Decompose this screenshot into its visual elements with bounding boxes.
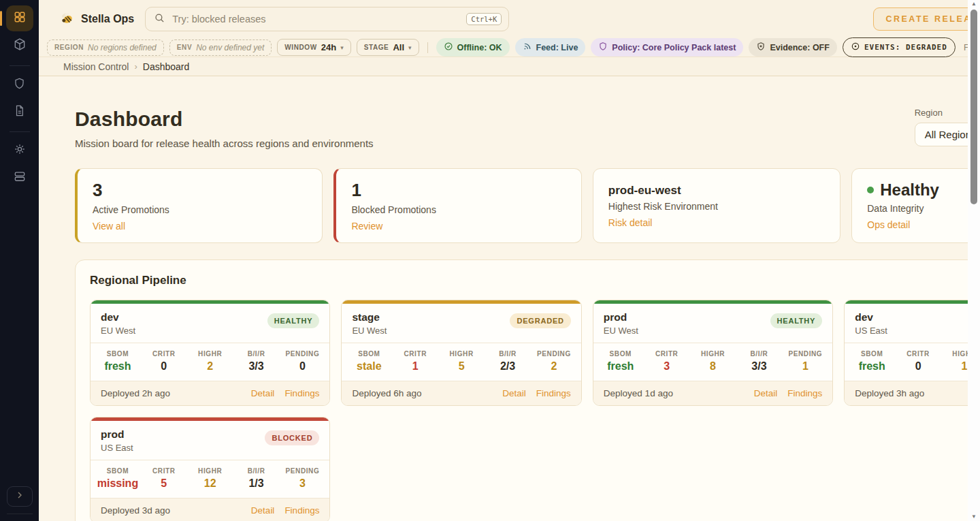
pipeline-card-prod-eu-west: prod EU West HEALTHY SBOMfresh CRITR3 HI… xyxy=(593,300,833,406)
policy-status-text: Policy: Core Policy Pack latest xyxy=(612,43,736,52)
highr-value: 12 xyxy=(187,477,233,490)
detail-link[interactable]: Detail xyxy=(502,388,526,398)
sidebar xyxy=(0,0,39,521)
column-header: B/I/R xyxy=(736,350,783,358)
top-bar: Stella Ops Ctrl+K CREATE RELEASE admin xyxy=(39,0,980,38)
findings-link[interactable]: Findings xyxy=(787,388,822,398)
create-release-button[interactable]: CREATE RELEASE xyxy=(873,7,980,31)
env-name: prod xyxy=(604,311,638,323)
sidebar-expand-button[interactable] xyxy=(7,486,33,507)
scrollbar-thumb[interactable] xyxy=(970,10,977,204)
rss-icon xyxy=(523,42,532,53)
search-input[interactable] xyxy=(172,14,466,25)
active-promotions-card: 3 Active Promotions View all xyxy=(75,168,323,243)
detail-link[interactable]: Detail xyxy=(251,505,275,516)
window-filter-label: WINDOW xyxy=(284,44,316,51)
active-promotions-value: 3 xyxy=(93,180,307,201)
feed-status-pill: Feed: Live xyxy=(515,38,586,57)
page-subtitle: Mission board for release health across … xyxy=(75,138,374,149)
column-header: SBOM xyxy=(598,350,644,358)
status-badge: HEALTHY xyxy=(770,313,823,328)
critr-value: 0 xyxy=(141,360,187,373)
stage-filter-chip[interactable]: STAGE All ▾ xyxy=(357,39,419,56)
column-header: CRITR xyxy=(141,467,187,475)
column-header: SBOM xyxy=(95,467,141,475)
env-filter-value: No env defined yet xyxy=(196,43,264,52)
view-all-link[interactable]: View all xyxy=(93,221,307,232)
detail-link[interactable]: Detail xyxy=(754,388,778,398)
search-icon xyxy=(154,12,165,27)
brand: Stella Ops xyxy=(59,10,134,29)
sidebar-item-security[interactable] xyxy=(6,72,33,97)
scroll-up-arrow[interactable]: ▲ xyxy=(971,0,977,8)
critr-value: 3 xyxy=(644,360,690,373)
window-filter-chip[interactable]: WINDOW 24h ▾ xyxy=(277,39,350,56)
region-filter-value: No regions defined xyxy=(88,43,157,52)
stage-filter-value: All xyxy=(393,42,404,52)
region-filter-chip[interactable]: REGION No regions defined xyxy=(47,40,164,56)
detail-link[interactable]: Detail xyxy=(251,388,275,398)
gear-icon xyxy=(13,142,27,159)
shield-icon xyxy=(598,42,608,53)
sidebar-item-releases[interactable] xyxy=(6,33,33,59)
sidebar-item-settings[interactable] xyxy=(6,138,33,163)
scroll-down-arrow[interactable]: ▼ xyxy=(971,513,977,521)
events-status-pill: EVENTS: DEGRADED xyxy=(843,37,956,57)
deployed-text: Deployed 1d ago xyxy=(604,388,673,398)
sbom-value: stale xyxy=(346,360,392,373)
column-header: B/I/R xyxy=(485,350,531,358)
column-header: PENDING xyxy=(280,350,326,358)
column-header: PENDING xyxy=(782,350,828,358)
sidebar-item-documents[interactable] xyxy=(6,99,33,125)
bir-value: 3/3 xyxy=(233,360,280,373)
blocked-promotions-label: Blocked Promotions xyxy=(351,204,566,215)
env-filter-chip[interactable]: ENV No env defined yet xyxy=(169,40,272,56)
risk-detail-link[interactable]: Risk detail xyxy=(608,217,825,228)
column-header: HIGHR xyxy=(438,350,485,358)
region-name: EU West xyxy=(352,326,387,336)
column-header: PENDING xyxy=(280,467,326,475)
column-header: SBOM xyxy=(95,350,141,358)
findings-link[interactable]: Findings xyxy=(536,388,571,398)
status-badge: HEALTHY xyxy=(267,313,320,328)
chevron-down-icon: ▾ xyxy=(408,44,412,51)
deployed-text: Deployed 3h ago xyxy=(855,388,924,398)
sidebar-item-dashboard[interactable] xyxy=(6,5,33,31)
evidence-status-pill: Evidence: OFF xyxy=(749,38,837,57)
ops-detail-link[interactable]: Ops detail xyxy=(867,219,980,230)
stat-cards-row: 3 Active Promotions View all 1 Blocked P… xyxy=(75,168,980,243)
global-search[interactable]: Ctrl+K xyxy=(145,7,509,31)
column-header: CRITR xyxy=(392,350,438,358)
column-header: HIGHR xyxy=(187,467,233,475)
findings-link[interactable]: Findings xyxy=(284,505,319,516)
document-icon xyxy=(13,104,26,120)
pending-value: 3 xyxy=(280,477,326,490)
main-content: Dashboard Mission board for release heal… xyxy=(39,76,980,521)
sidebar-item-infrastructure[interactable] xyxy=(6,165,33,191)
region-name: US East xyxy=(101,443,133,453)
deployed-text: Deployed 6h ago xyxy=(352,388,421,398)
check-circle-icon xyxy=(444,42,453,53)
sidebar-divider xyxy=(10,65,30,66)
feed-status-text: Feed: Live xyxy=(536,43,578,52)
column-header: CRITR xyxy=(141,350,187,358)
bir-value: 3/3 xyxy=(736,360,783,373)
offline-status-text: Offline: OK xyxy=(457,43,502,52)
sbom-value: missing xyxy=(95,477,141,490)
column-header: CRITR xyxy=(895,350,941,358)
breadcrumb-current: Dashboard xyxy=(143,61,190,72)
env-name: dev xyxy=(855,311,887,323)
region-filter-label: REGION xyxy=(54,44,84,51)
pipeline-card-stage-eu-west: stage EU West DEGRADED SBOMstale CRITR1 … xyxy=(341,300,581,406)
sidebar-divider xyxy=(10,131,30,132)
review-link[interactable]: Review xyxy=(351,221,566,232)
breadcrumb: Mission Control › Dashboard xyxy=(39,57,980,76)
breadcrumb-mission-control[interactable]: Mission Control xyxy=(63,61,129,72)
scrollbar[interactable]: ▲ ▼ xyxy=(968,0,980,521)
findings-link[interactable]: Findings xyxy=(284,388,319,398)
column-header: PENDING xyxy=(531,350,577,358)
env-name: stage xyxy=(352,311,387,323)
pipeline-card-dev-us-east: dev US East HEALTHY SBOMfresh CRITR0 HIG… xyxy=(844,300,980,406)
sbom-value: fresh xyxy=(598,360,644,373)
events-status-text: EVENTS: DEGRADED xyxy=(864,43,947,52)
